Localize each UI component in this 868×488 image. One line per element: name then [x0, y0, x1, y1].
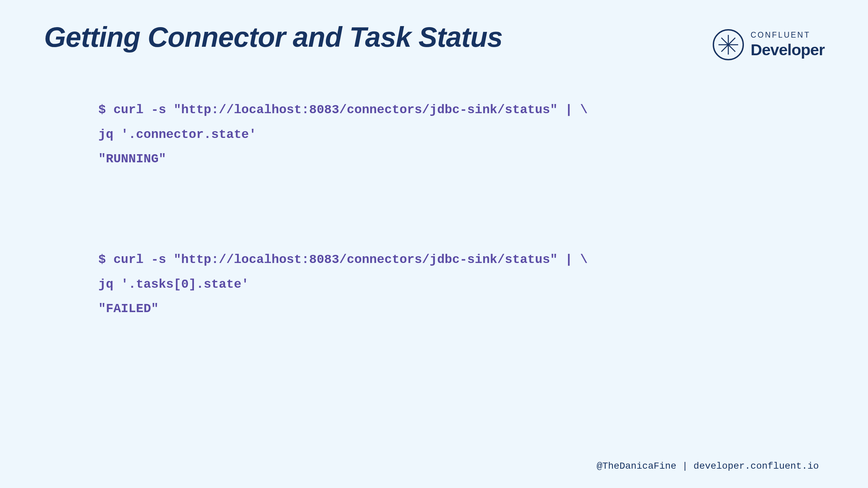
code-line: jq '.tasks[0].state' [98, 277, 249, 291]
logo-brand-large: Developer [751, 40, 825, 59]
code-block-task-state: $ curl -s "http://localhost:8083/connect… [98, 247, 588, 321]
confluent-logo: CONFLUENT Developer [713, 29, 825, 60]
code-line: jq '.connector.state' [98, 127, 256, 142]
code-line: $ curl -s "http://localhost:8083/connect… [98, 103, 588, 117]
code-line: $ curl -s "http://localhost:8083/connect… [98, 252, 588, 267]
footer-attribution: @TheDanicaFine | developer.confluent.io [597, 461, 819, 471]
logo-brand-small: CONFLUENT [751, 30, 825, 40]
code-block-connector-state: $ curl -s "http://localhost:8083/connect… [98, 98, 588, 171]
logo-circle-icon [713, 29, 744, 60]
slide-title: Getting Connector and Task Status [44, 21, 502, 54]
asterisk-icon [718, 35, 738, 55]
code-line: "FAILED" [98, 302, 159, 316]
logo-text: CONFLUENT Developer [751, 30, 825, 59]
code-line: "RUNNING" [98, 152, 166, 166]
